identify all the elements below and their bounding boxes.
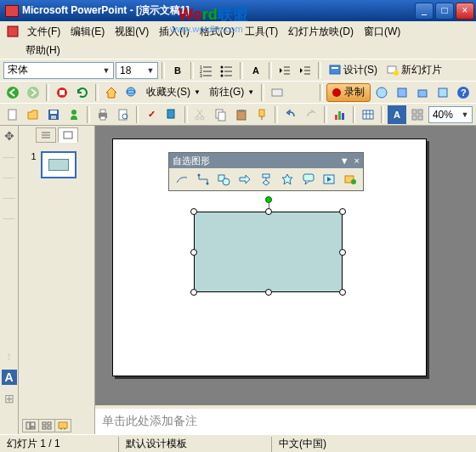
forward-button[interactable]	[24, 83, 42, 102]
home-button[interactable]	[102, 83, 121, 102]
permission-button[interactable]	[65, 105, 83, 124]
strip-icon[interactable]: ⊞	[3, 392, 16, 405]
spelling-button[interactable]: ✓	[142, 105, 161, 124]
color-button[interactable]: A	[388, 105, 406, 124]
slide-canvas[interactable]: 自选图形 ▼ ×	[112, 138, 427, 376]
new-button[interactable]	[3, 105, 22, 124]
tool-button-2[interactable]	[393, 83, 411, 102]
print-button[interactable]	[94, 105, 112, 124]
maximize-button[interactable]: □	[435, 3, 454, 20]
undo-button[interactable]	[281, 105, 300, 124]
slide-editor[interactable]: 自选图形 ▼ ×	[95, 126, 476, 405]
strip-icon[interactable]: —	[3, 150, 16, 163]
paste-button[interactable]	[232, 105, 251, 124]
pointer-icon[interactable]: ✥	[3, 129, 16, 143]
record-button[interactable]: 录制	[326, 83, 371, 102]
autoshapes-close[interactable]: ×	[354, 155, 360, 166]
search-web-button[interactable]	[122, 83, 141, 102]
lines-icon[interactable]	[173, 171, 191, 188]
menu-view[interactable]: 视图(V)	[110, 23, 154, 41]
minimize-button[interactable]: _	[415, 3, 434, 20]
font-color-icon[interactable]: A	[2, 370, 17, 385]
flowchart-icon[interactable]	[257, 171, 275, 188]
font-combo[interactable]: 宋体 ▼	[3, 62, 114, 79]
basic-shapes-icon[interactable]	[215, 171, 234, 188]
refresh-button[interactable]	[73, 83, 92, 102]
open-button[interactable]	[24, 105, 42, 124]
selected-rectangle-shape[interactable]	[194, 212, 343, 292]
strip-icon[interactable]: ↕	[3, 349, 16, 363]
menu-tools[interactable]: 工具(T)	[240, 23, 283, 41]
callouts-icon[interactable]	[299, 171, 318, 188]
svg-rect-73	[263, 174, 269, 178]
decrease-indent-button[interactable]	[275, 61, 294, 80]
rotation-handle[interactable]	[265, 196, 272, 203]
zoom-combo[interactable]: 40% ▼	[428, 106, 473, 123]
resize-handle[interactable]	[190, 208, 197, 215]
normal-view-button[interactable]	[22, 419, 39, 432]
font-size-combo[interactable]: 18 ▼	[116, 62, 158, 79]
tool-button-4[interactable]	[434, 83, 452, 102]
stop-button[interactable]	[53, 83, 71, 102]
slideshow-view-button[interactable]	[54, 419, 71, 432]
strip-icon[interactable]: —	[3, 211, 16, 224]
close-button[interactable]: ×	[456, 3, 474, 20]
resize-handle[interactable]	[190, 289, 197, 296]
slides-tab[interactable]	[58, 127, 78, 143]
tool-button-1[interactable]	[372, 83, 391, 102]
menu-help[interactable]: 帮助(H)	[20, 42, 65, 59]
resize-handle[interactable]	[339, 208, 346, 215]
stars-icon[interactable]	[278, 171, 297, 188]
format-painter-button[interactable]	[252, 105, 271, 124]
bullet-list-button[interactable]	[218, 61, 236, 80]
menu-window[interactable]: 窗口(W)	[359, 23, 405, 41]
numbered-list-button[interactable]: 123	[197, 61, 216, 80]
action-buttons-icon[interactable]	[320, 171, 338, 188]
notes-pane[interactable]: 单击此处添加备注	[95, 405, 476, 434]
svg-rect-84	[42, 427, 46, 429]
resize-handle[interactable]	[265, 289, 272, 296]
toolbar-button[interactable]	[268, 83, 286, 102]
autoshapes-options[interactable]: ▼	[340, 155, 349, 166]
autoshapes-titlebar[interactable]: 自选图形 ▼ ×	[169, 153, 363, 168]
copy-button[interactable]	[212, 105, 230, 124]
tool-button-3[interactable]	[413, 83, 432, 102]
more-autoshapes-icon[interactable]	[341, 171, 360, 188]
resize-handle[interactable]	[339, 249, 346, 256]
outline-tab[interactable]	[36, 127, 56, 143]
bold-button[interactable]: B	[168, 61, 187, 80]
resize-handle[interactable]	[190, 249, 197, 256]
back-button[interactable]	[3, 83, 22, 102]
cut-button[interactable]	[191, 105, 210, 124]
menu-edit[interactable]: 编辑(E)	[65, 23, 110, 41]
app-menu-icon[interactable]	[3, 22, 22, 41]
connectors-icon[interactable]	[194, 171, 212, 188]
strip-icon[interactable]: —	[3, 170, 16, 184]
menu-file[interactable]: 文件(F)	[22, 23, 65, 41]
design-button[interactable]: 设计(S)	[325, 61, 381, 80]
help-icon[interactable]: ?	[454, 83, 473, 102]
resize-handle[interactable]	[265, 208, 272, 215]
slide-thumbnail[interactable]: 1	[31, 151, 82, 178]
save-button[interactable]	[44, 105, 63, 124]
research-button[interactable]	[162, 105, 181, 124]
strip-icon[interactable]: —	[3, 190, 16, 204]
sorter-view-button[interactable]	[38, 419, 55, 432]
favorites-button[interactable]: 收藏夹(S)▼	[143, 83, 204, 102]
goto-button[interactable]: 前往(G)▼	[206, 83, 258, 102]
slide-number: 1	[31, 151, 37, 161]
notes-placeholder: 单击此处添加备注	[102, 414, 197, 427]
grid-button[interactable]	[408, 105, 427, 124]
web-toolbar: 收藏夹(S)▼ 前往(G)▼ 录制 ?	[0, 81, 476, 103]
table-button[interactable]	[359, 105, 377, 124]
menu-slideshow[interactable]: 幻灯片放映(D)	[283, 23, 359, 41]
block-arrows-icon[interactable]	[235, 171, 254, 188]
increase-indent-button[interactable]	[296, 61, 314, 80]
redo-button[interactable]	[302, 105, 320, 124]
preview-button[interactable]	[114, 105, 133, 124]
new-slide-button[interactable]: 新幻灯片	[382, 61, 445, 80]
increase-font-button[interactable]: A	[246, 61, 265, 80]
chart-button[interactable]	[331, 105, 349, 124]
resize-handle[interactable]	[339, 289, 346, 296]
autoshapes-toolbar[interactable]: 自选图形 ▼ ×	[168, 152, 364, 191]
